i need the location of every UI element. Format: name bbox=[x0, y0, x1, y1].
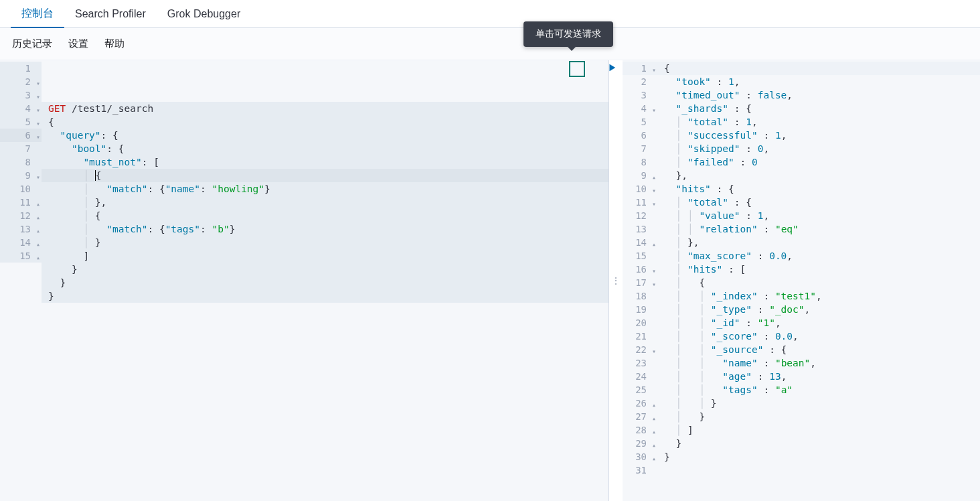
code-line[interactable]: } bbox=[42, 276, 608, 289]
code-line[interactable]: } bbox=[42, 289, 608, 303]
gutter-line: 21 bbox=[623, 330, 657, 343]
request-editor[interactable]: 12▾3▾4▾5▾6▾789▾1011▴12▴13▴14▴15▴ GET /te… bbox=[0, 60, 609, 501]
gutter-line: 20 bbox=[623, 316, 657, 330]
code-line[interactable]: GET /test1/_search bbox=[42, 102, 608, 115]
code-line[interactable]: │ │ "_source" : { bbox=[657, 343, 980, 356]
gutter-line: 9▴ bbox=[623, 169, 657, 182]
gutter-line: 14▴ bbox=[0, 236, 42, 249]
code-line[interactable]: │ │ } bbox=[657, 397, 980, 410]
code-line[interactable]: "timed_out" : false, bbox=[657, 88, 980, 102]
gutter-line: 18 bbox=[623, 289, 657, 303]
tab-search-profiler[interactable]: Search Profiler bbox=[64, 0, 157, 27]
code-line[interactable]: │ { bbox=[42, 169, 608, 182]
gutter-line: 23 bbox=[623, 356, 657, 370]
code-line[interactable]: │ │ "_index" : "test1", bbox=[657, 289, 980, 303]
gutter-line: 31 bbox=[623, 463, 657, 477]
fold-toggle-icon[interactable]: ▴ bbox=[36, 251, 40, 265]
gutter-line: 10 bbox=[0, 182, 42, 196]
code-line[interactable]: "took" : 1, bbox=[657, 75, 980, 88]
code-line[interactable]: "hits" : { bbox=[657, 182, 980, 196]
gutter-line: 2▾ bbox=[0, 75, 42, 88]
response-gutter: 1▾234▾56789▴10▾11▾121314▴1516▾17▾1819202… bbox=[623, 60, 657, 501]
code-line[interactable] bbox=[657, 463, 980, 477]
submenu-help[interactable]: 帮助 bbox=[104, 38, 125, 50]
code-line[interactable]: "query": { bbox=[42, 129, 608, 142]
code-line[interactable]: "_shards" : { bbox=[657, 102, 980, 115]
gutter-line: 3▾ bbox=[0, 88, 42, 102]
code-line[interactable]: │ } bbox=[42, 236, 608, 249]
code-line[interactable]: "must_not": [ bbox=[42, 155, 608, 169]
code-line[interactable]: │ │ "tags" : "a" bbox=[657, 383, 980, 397]
gutter-line: 11▾ bbox=[623, 196, 657, 209]
code-line[interactable]: │ { bbox=[657, 276, 980, 289]
gutter-line: 12▴ bbox=[0, 209, 42, 222]
gutter-line: 16▾ bbox=[623, 263, 657, 276]
code-line[interactable]: │ │ "name" : "bean", bbox=[657, 356, 980, 370]
submenu-history[interactable]: 历史记录 bbox=[12, 38, 52, 50]
code-line[interactable]: │ }, bbox=[42, 196, 608, 209]
code-line[interactable]: │ "total" : 1, bbox=[657, 115, 980, 129]
top-tabs: 控制台 Search Profiler Grok Debugger bbox=[0, 0, 980, 28]
gutter-line: 25 bbox=[623, 383, 657, 397]
code-line[interactable]: │ │ "_score" : 0.0, bbox=[657, 330, 980, 343]
gutter-line: 22▾ bbox=[623, 343, 657, 356]
code-line[interactable]: } bbox=[657, 450, 980, 463]
code-line[interactable]: │ } bbox=[657, 410, 980, 423]
request-options-button[interactable] bbox=[588, 62, 603, 76]
gutter-line: 17▾ bbox=[623, 276, 657, 289]
gutter-line: 6 bbox=[623, 129, 657, 142]
drag-handle-icon: ⋮ bbox=[611, 275, 621, 286]
gutter-line: 4▾ bbox=[0, 102, 42, 115]
gutter-line: 15▴ bbox=[0, 249, 42, 263]
gutter-line: 5 bbox=[623, 115, 657, 129]
code-line[interactable]: │ "max_score" : 0.0, bbox=[657, 249, 980, 263]
request-gutter: 12▾3▾4▾5▾6▾789▾1011▴12▴13▴14▴15▴ bbox=[0, 60, 42, 501]
code-line[interactable]: │ │ "_type" : "_doc", bbox=[657, 303, 980, 316]
response-code[interactable]: { "took" : 1, "timed_out" : false, "_sha… bbox=[657, 60, 980, 501]
gutter-line: 12 bbox=[623, 209, 657, 222]
code-line[interactable]: │ "match": {"name": "howling"} bbox=[42, 182, 608, 196]
send-request-tooltip: 单击可发送请求 bbox=[523, 21, 613, 47]
code-line[interactable]: "bool": { bbox=[42, 142, 608, 155]
gutter-line: 30▴ bbox=[623, 450, 657, 463]
submenu-settings[interactable]: 设置 bbox=[68, 38, 88, 50]
code-line[interactable]: } bbox=[42, 263, 608, 276]
gutter-line: 6▾ bbox=[0, 129, 42, 142]
code-line[interactable]: │ }, bbox=[657, 236, 980, 249]
tab-console[interactable]: 控制台 bbox=[11, 0, 64, 28]
code-line[interactable]: │ │ "age" : 13, bbox=[657, 370, 980, 383]
code-line[interactable]: ] bbox=[42, 249, 608, 263]
gutter-line: 5▾ bbox=[0, 115, 42, 129]
gutter-line: 15 bbox=[623, 249, 657, 263]
gutter-line: 7 bbox=[0, 142, 42, 155]
code-line[interactable]: │ "total" : { bbox=[657, 196, 980, 209]
code-line[interactable]: │ "match": {"tags": "b"} bbox=[42, 222, 608, 236]
code-line[interactable]: } bbox=[657, 437, 980, 450]
gutter-line: 13 bbox=[623, 222, 657, 236]
code-line[interactable]: │ "successful" : 1, bbox=[657, 129, 980, 142]
code-line[interactable]: { bbox=[657, 62, 980, 75]
gutter-line: 9▾ bbox=[0, 169, 42, 182]
response-viewer[interactable]: 1▾234▾56789▴10▾11▾121314▴1516▾17▾1819202… bbox=[623, 60, 980, 501]
request-code[interactable]: GET /test1/_search{ "query": { "bool": {… bbox=[42, 60, 608, 501]
gutter-line: 8 bbox=[0, 155, 42, 169]
code-line[interactable]: }, bbox=[657, 169, 980, 182]
code-line[interactable]: │ │ "_id" : "1", bbox=[657, 316, 980, 330]
code-line[interactable]: │ "skipped" : 0, bbox=[657, 142, 980, 155]
gutter-line: 10▾ bbox=[623, 182, 657, 196]
code-line[interactable]: │ "hits" : [ bbox=[657, 263, 980, 276]
code-line[interactable]: { bbox=[42, 115, 608, 129]
gutter-line: 2 bbox=[623, 75, 657, 88]
gutter-line: 13▴ bbox=[0, 222, 42, 236]
tab-grok-debugger[interactable]: Grok Debugger bbox=[157, 0, 251, 27]
code-line[interactable]: │ "failed" : 0 bbox=[657, 155, 980, 169]
code-line[interactable]: │ ] bbox=[657, 423, 980, 437]
code-line[interactable]: │ │ "value" : 1, bbox=[657, 209, 980, 222]
code-line[interactable]: │ { bbox=[42, 209, 608, 222]
console-submenu: 历史记录 设置 帮助 bbox=[0, 28, 980, 60]
pane-resizer[interactable]: ⋮ bbox=[609, 60, 623, 501]
gutter-line: 1▾ bbox=[623, 62, 657, 75]
gutter-line: 26▴ bbox=[623, 397, 657, 410]
gutter-line: 3 bbox=[623, 88, 657, 102]
code-line[interactable]: │ │ "relation" : "eq" bbox=[657, 222, 980, 236]
